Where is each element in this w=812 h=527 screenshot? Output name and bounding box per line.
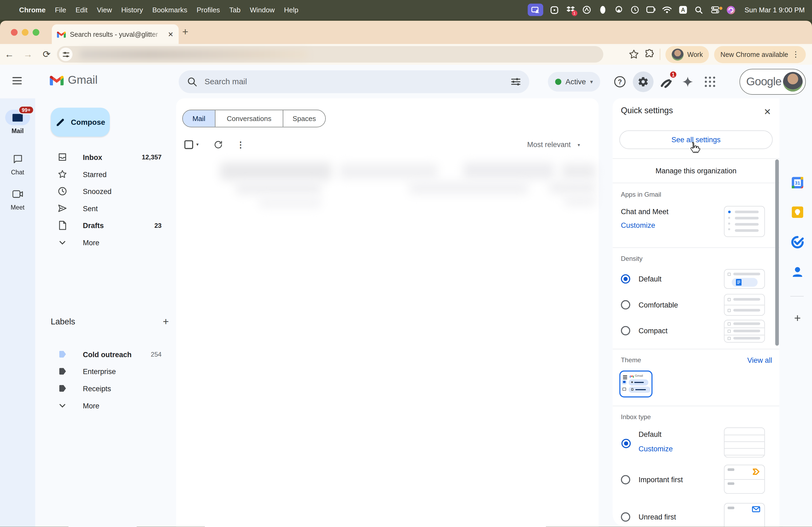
inbox-customize-link[interactable]: Customize [639, 445, 673, 453]
menu-edit[interactable]: Edit [71, 6, 92, 14]
customize-chat-meet-link[interactable]: Customize [621, 221, 655, 229]
rail-item-chat[interactable]: Chat [0, 151, 35, 176]
sidebar-item-sent[interactable]: Sent [35, 200, 173, 217]
site-settings-icon[interactable] [59, 47, 73, 61]
sidebar-item-snoozed[interactable]: Snoozed [35, 183, 173, 200]
sidebar-item-inbox[interactable]: Inbox 12,357 [35, 148, 173, 166]
panel-scrollbar[interactable] [775, 160, 779, 346]
select-dropdown-icon[interactable]: ▾ [196, 142, 199, 147]
input-source-icon[interactable]: A [678, 5, 688, 15]
zoom-window-button[interactable] [32, 29, 39, 36]
tab-mail[interactable]: Mail [183, 110, 215, 127]
dropbox-icon[interactable]: 1 [566, 5, 575, 15]
minimize-window-button[interactable] [22, 29, 28, 36]
menu-history[interactable]: History [117, 6, 148, 14]
menu-help[interactable]: Help [279, 6, 303, 14]
close-window-button[interactable] [11, 29, 17, 36]
gemini-icon[interactable] [680, 74, 695, 90]
menu-chrome[interactable]: Chrome [14, 6, 50, 14]
clock-app-icon[interactable] [630, 5, 639, 15]
select-all-checkbox[interactable] [185, 140, 193, 149]
tab-close-icon[interactable]: ✕ [168, 30, 173, 38]
create-label-icon[interactable]: + [163, 316, 169, 327]
sidebar-item-drafts[interactable]: Drafts 23 [35, 217, 173, 234]
help-icon[interactable]: ? [612, 74, 628, 90]
sidebar-label-more[interactable]: More [35, 397, 173, 414]
inbox-important-thumbnail[interactable] [724, 465, 765, 494]
screen-recording-indicator[interactable] [528, 3, 543, 16]
density-default-thumbnail[interactable] [724, 269, 765, 289]
inbox-default-thumbnail[interactable] [724, 427, 765, 457]
radio-unselected-icon[interactable] [621, 326, 630, 335]
spotlight-icon[interactable] [694, 5, 704, 15]
profile-swirl-icon[interactable] [726, 5, 736, 15]
availability-status-chip[interactable]: Active ▾ [548, 72, 600, 91]
menu-tab[interactable]: Tab [224, 6, 245, 14]
arc-browser-icon[interactable] [582, 5, 591, 15]
contacts-icon[interactable] [783, 265, 812, 278]
browser-menu-icon[interactable]: ⋮ [792, 50, 800, 59]
sidebar-item-more[interactable]: More [35, 234, 173, 251]
main-menu-icon[interactable] [12, 77, 22, 84]
close-icon[interactable]: ✕ [764, 107, 771, 117]
apps-grid-icon[interactable] [702, 74, 718, 90]
menu-bookmarks[interactable]: Bookmarks [148, 6, 192, 14]
sidebar-label-enterprise[interactable]: Enterprise [35, 363, 173, 380]
sidebar-label-cold-outreach[interactable]: Cold outreach 254 [35, 346, 173, 363]
chat-meet-thumbnail[interactable] [724, 206, 765, 237]
tab-spaces[interactable]: Spaces [283, 110, 325, 127]
address-bar[interactable] [57, 46, 603, 63]
search-options-icon[interactable] [511, 76, 521, 87]
rail-item-mail[interactable]: 99+ Mail [0, 110, 35, 135]
menu-window[interactable]: Window [245, 6, 279, 14]
search-bar[interactable]: Search mail [178, 70, 529, 93]
raycast-icon[interactable] [614, 5, 624, 15]
control-center-icon[interactable] [710, 5, 720, 15]
menu-view[interactable]: View [92, 6, 117, 14]
calendar-icon[interactable]: 31 [783, 176, 812, 190]
rail-item-meet[interactable]: Meet [0, 186, 35, 211]
sort-dropdown-icon[interactable]: ▾ [578, 142, 580, 147]
google-account-button[interactable]: Google [740, 69, 806, 94]
tasks-icon[interactable] [783, 235, 812, 249]
theme-view-all-link[interactable]: View all [747, 356, 772, 364]
sidebar-item-starred[interactable]: Starred [35, 166, 173, 183]
compose-button[interactable]: Compose [51, 108, 110, 137]
forward-button[interactable]: → [18, 49, 37, 60]
chat-icon[interactable] [5, 151, 30, 167]
refresh-icon[interactable] [213, 139, 223, 149]
mail-icon[interactable]: 99+ [5, 110, 30, 125]
sort-order-label[interactable]: Most relevant [527, 140, 570, 149]
radio-selected-icon[interactable] [621, 439, 631, 448]
keep-icon[interactable] [783, 206, 812, 219]
browser-tab[interactable]: Search results - yuval@glitter ✕ [52, 25, 178, 44]
theme-thumbnail-selected[interactable]: Gmail [620, 371, 653, 397]
tab-conversations[interactable]: Conversations [215, 110, 283, 127]
radio-unselected-icon[interactable] [621, 512, 630, 522]
meet-icon[interactable] [5, 186, 30, 202]
wifi-icon[interactable] [662, 5, 671, 15]
reload-button[interactable]: ⟳ [37, 48, 56, 60]
pill-icon[interactable] [598, 5, 607, 15]
radio-unselected-icon[interactable] [621, 475, 630, 484]
sidebar-label-receipts[interactable]: Receipts [35, 380, 173, 397]
extensions-icon[interactable] [644, 49, 654, 60]
back-button[interactable]: ← [0, 49, 18, 60]
get-add-ons-icon[interactable]: + [783, 312, 812, 325]
settings-icon[interactable] [633, 71, 654, 92]
whats-new-icon[interactable]: 1 [659, 74, 674, 90]
radio-selected-icon[interactable] [621, 274, 630, 284]
update-chrome-button[interactable]: New Chrome available ⋮ [714, 46, 806, 63]
density-compact-thumbnail[interactable] [724, 320, 765, 343]
new-tab-button[interactable]: + [182, 26, 188, 37]
menu-file[interactable]: File [50, 6, 71, 14]
more-options-icon[interactable]: ⋮ [236, 139, 245, 149]
manage-organization-link[interactable]: Manage this organization [612, 159, 779, 183]
display-icon[interactable] [646, 5, 655, 15]
account-avatar[interactable] [783, 72, 802, 91]
bookmark-star-icon[interactable] [628, 49, 639, 60]
radio-unselected-icon[interactable] [621, 300, 630, 310]
menu-profiles[interactable]: Profiles [192, 6, 225, 14]
profile-chip[interactable]: Work [665, 46, 709, 63]
camera-app-icon[interactable] [550, 5, 559, 15]
